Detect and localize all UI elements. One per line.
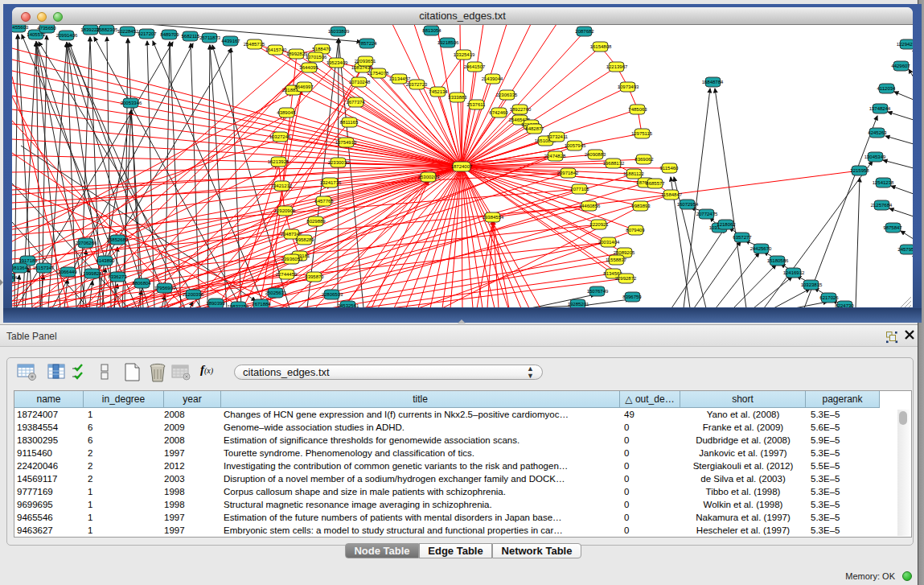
svg-text:12920906: 12920906 [274,208,296,213]
svg-text:25485735: 25485735 [244,42,265,47]
svg-text:3395870: 3395870 [305,274,324,279]
svg-text:24641507: 24641507 [464,64,486,69]
svg-text:4439167: 4439167 [221,39,240,43]
svg-text:8813054: 8813054 [422,28,441,33]
svg-text:16213925: 16213925 [268,159,290,164]
svg-text:6217026: 6217026 [819,295,839,300]
svg-text:3644095: 3644095 [299,65,318,70]
svg-text:7485063: 7485063 [628,107,647,112]
svg-text:19688132: 19688132 [603,161,625,166]
svg-text:9217207: 9217207 [138,31,157,36]
svg-text:6742460: 6742460 [489,110,508,115]
svg-text:10327246: 10327246 [269,134,291,139]
svg-text:21439044: 21439044 [482,76,503,81]
svg-text:5188470: 5188470 [312,47,331,51]
svg-text:9983893: 9983893 [631,204,651,208]
svg-text:22744459: 22744459 [276,272,298,277]
svg-text:12975115: 12975115 [631,131,653,136]
svg-text:12213967: 12213967 [606,64,628,69]
svg-text:8806804: 8806804 [132,281,151,286]
svg-text:25711873: 25711873 [199,35,221,40]
svg-text:10323815: 10323815 [801,282,823,287]
svg-text:25300203: 25300203 [418,175,440,179]
svg-text:10057945: 10057945 [565,143,586,148]
svg-text:8079409: 8079409 [626,228,645,233]
svg-text:10228452: 10228452 [117,29,139,34]
svg-text:15180586: 15180586 [767,258,789,263]
svg-text:8224730: 8224730 [835,303,854,307]
svg-text:16072954: 16072954 [677,202,699,207]
svg-text:20991406: 20991406 [56,33,78,38]
svg-text:8396759: 8396759 [622,295,642,299]
svg-text:16415740: 16415740 [265,47,287,52]
svg-text:7452134: 7452134 [429,89,448,94]
svg-text:5682115: 5682115 [182,34,201,39]
svg-text:13045349: 13045349 [864,154,886,159]
svg-text:6482877: 6482877 [525,126,544,131]
svg-text:23936053: 23936053 [281,257,303,262]
svg-text:23706266: 23706266 [76,241,97,245]
svg-text:13748244: 13748244 [869,106,891,111]
svg-text:20053346: 20053346 [121,101,142,105]
svg-text:11558837: 11558837 [606,257,627,262]
svg-text:19218506: 19218506 [437,40,459,45]
svg-text:4245263: 4245263 [868,130,887,135]
svg-text:25025631: 25025631 [265,290,287,295]
svg-text:1890399: 1890399 [206,301,225,306]
svg-text:17956909: 17956909 [154,286,176,290]
svg-text:3333883: 3333883 [448,95,467,100]
svg-text:3215958: 3215958 [850,168,869,173]
svg-text:19285201: 19285201 [568,302,589,307]
svg-text:3677374: 3677374 [346,100,365,105]
svg-text:20031404: 20031404 [598,240,620,245]
svg-text:4143890: 4143890 [96,258,115,263]
svg-text:12416912: 12416912 [783,270,805,275]
svg-text:4429607: 4429607 [891,64,910,68]
svg-text:2087682: 2087682 [575,29,594,34]
svg-text:13754919: 13754919 [335,140,357,145]
svg-text:11881122: 11881122 [623,171,644,176]
svg-text:10710248: 10710248 [349,80,371,84]
svg-text:8685577: 8685577 [646,181,665,186]
svg-text:9115460: 9115460 [660,166,680,171]
svg-text:13241736: 13241736 [320,180,342,185]
svg-text:19523409: 19523409 [326,60,348,65]
svg-text:22992872: 22992872 [615,276,637,281]
svg-text:20813640: 20813640 [12,266,31,270]
svg-text:10973493: 10973493 [618,84,639,89]
svg-text:13325419: 13325419 [454,52,475,57]
svg-text:4389045: 4389045 [277,110,296,115]
svg-text:19832259: 19832259 [228,304,249,307]
svg-text:15076749: 15076749 [587,289,609,294]
svg-text:2077105: 2077105 [570,187,589,192]
svg-text:25089205: 25089205 [614,250,635,255]
svg-text:22806503: 22806503 [322,292,343,297]
svg-text:22474828: 22474828 [544,154,566,159]
svg-text:16033809: 16033809 [328,29,350,34]
svg-text:23971842: 23971842 [557,171,579,175]
svg-text:1999828: 1999828 [83,271,102,276]
svg-text:11584847: 11584847 [661,192,683,197]
svg-text:3917183: 3917183 [18,258,38,263]
svg-text:8029889: 8029889 [306,219,326,224]
svg-text:8489709: 8489709 [160,32,179,37]
svg-text:24532561: 24532561 [338,303,359,307]
svg-text:20772475: 20772475 [696,212,718,216]
svg-text:9875847: 9875847 [883,225,902,230]
svg-text:12541238: 12541238 [873,180,894,185]
svg-text:13134457: 13134457 [389,76,411,81]
svg-text:18922760: 18922760 [510,107,532,112]
svg-text:8369062: 8369062 [634,157,654,162]
svg-text:22330030: 22330030 [328,160,350,165]
svg-text:16848784: 16848784 [702,80,724,84]
svg-text:22455603: 22455603 [12,25,29,30]
svg-text:13732411: 13732411 [547,134,569,139]
svg-text:2457954: 2457954 [897,247,913,252]
svg-text:22306335: 22306335 [496,93,518,97]
svg-text:4112034: 4112034 [877,86,897,91]
svg-text:19299464: 19299464 [12,275,18,280]
svg-text:6457765: 6457765 [314,199,334,204]
svg-text:19384554: 19384554 [483,215,504,220]
svg-text:21200396: 21200396 [183,292,204,297]
svg-text:8811165: 8811165 [340,120,359,125]
